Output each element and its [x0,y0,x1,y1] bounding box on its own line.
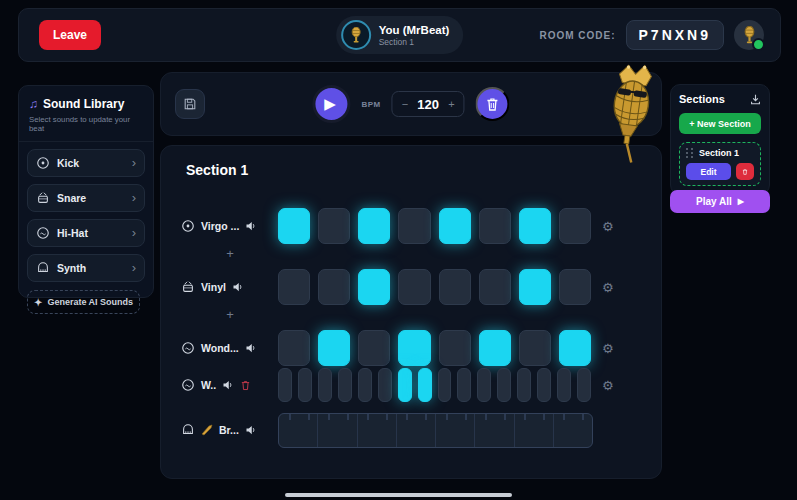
step-cell[interactable] [358,208,390,244]
play-all-button[interactable]: Play All ▶ [670,190,770,213]
gear-icon[interactable]: ⚙ [602,280,614,295]
step-cell[interactable] [559,269,591,305]
step-cell[interactable] [479,208,511,244]
step-cells-row [278,368,591,402]
download-icon[interactable] [750,94,761,105]
step-cell[interactable] [298,368,312,402]
sidebar-item-synth[interactable]: Synth › [27,254,145,282]
strip-segment[interactable] [279,414,318,447]
step-cell[interactable] [398,330,430,366]
step-cell[interactable] [438,368,452,402]
current-user-chip[interactable]: You (MrBeat) Section 1 [336,16,464,54]
step-cell[interactable] [398,368,412,402]
bpm-increase-button[interactable]: + [448,98,454,110]
sidebar-item-label: Kick [57,157,125,169]
speaker-icon[interactable] [222,379,234,391]
section-title: Section 1 [186,162,248,178]
step-cell[interactable] [559,330,591,366]
step-cell[interactable] [497,368,511,402]
step-cell[interactable] [398,269,430,305]
step-cell[interactable] [318,368,332,402]
step-cell[interactable] [519,269,551,305]
step-cell[interactable] [537,368,551,402]
gold-mic-icon [350,27,362,43]
step-cell[interactable] [439,208,471,244]
step-cell[interactable] [477,368,491,402]
profile-avatar[interactable] [734,20,764,50]
play-button[interactable]: ▶ [312,85,350,123]
step-cell[interactable] [519,330,551,366]
step-cell[interactable] [479,330,511,366]
delete-section-button[interactable] [736,163,754,180]
step-cell[interactable] [398,208,430,244]
section-grid-panel: Section 1 Virgo ... ⚙ + [160,145,662,479]
step-cell[interactable] [439,330,471,366]
sound-library-panel: ♫ Sound Library Select sounds to update … [18,85,154,298]
step-cell[interactable] [519,208,551,244]
user-section: Section 1 [379,37,450,47]
strip-segment[interactable] [436,414,475,447]
new-section-button[interactable]: + New Section [679,113,761,134]
strip-tick [308,414,310,420]
step-cell[interactable] [418,368,432,402]
sample-strip[interactable] [278,413,593,448]
gear-icon[interactable]: ⚙ [602,341,614,356]
trumpet-emoji-icon [201,424,213,436]
step-cell[interactable] [318,269,350,305]
step-cell[interactable] [358,368,372,402]
step-cell[interactable] [557,368,571,402]
clear-beat-button[interactable] [476,87,510,121]
home-indicator [285,493,512,497]
top-bar: Leave You (MrBeat) Section 1 ROOM CODE: … [18,8,781,62]
sections-title: Sections [679,93,725,105]
bpm-decrease-button[interactable]: − [402,98,408,110]
leave-button[interactable]: Leave [39,20,101,50]
strip-segment[interactable] [358,414,397,447]
step-cell[interactable] [318,208,350,244]
speaker-icon[interactable] [245,424,257,436]
hihat-icon [181,378,195,392]
step-cell[interactable] [278,269,310,305]
gear-icon[interactable]: ⚙ [602,219,614,234]
speaker-icon[interactable] [232,281,244,293]
strip-segment[interactable] [515,414,554,447]
sections-header: Sections [679,93,761,105]
step-cell[interactable] [318,330,350,366]
gear-icon[interactable]: ⚙ [602,378,614,393]
save-button[interactable] [175,89,205,119]
sidebar-item-snare[interactable]: Snare › [27,184,145,212]
strip-segment[interactable] [475,414,514,447]
step-cell[interactable] [517,368,531,402]
room-code-value[interactable]: P7NXN9 [626,20,724,50]
snare-icon [181,280,195,294]
edit-section-button[interactable]: Edit [686,163,731,180]
add-subdivision-button[interactable]: + [223,246,237,261]
speaker-icon[interactable] [245,342,257,354]
add-subdivision-button[interactable]: + [223,307,237,322]
section-card[interactable]: Section 1 Edit [679,142,761,186]
step-cell[interactable] [479,269,511,305]
step-cell[interactable] [278,208,310,244]
sidebar-item-kick[interactable]: Kick › [27,149,145,177]
step-cell[interactable] [577,368,591,402]
step-cell[interactable] [457,368,471,402]
speaker-icon[interactable] [245,220,257,232]
step-cell[interactable] [439,269,471,305]
strip-segment[interactable] [554,414,592,447]
strip-segment[interactable] [397,414,436,447]
step-cell[interactable] [358,330,390,366]
delete-row-icon[interactable] [240,380,251,391]
step-cell[interactable] [278,330,310,366]
strip-tick [465,414,467,420]
room-code-area: ROOM CODE: P7NXN9 [539,20,764,50]
sidebar-item-hihat[interactable]: Hi-Hat › [27,219,145,247]
play-icon: ▶ [324,95,336,113]
generate-ai-sounds-button[interactable]: ✦ Generate AI Sounds [27,290,140,314]
step-cell[interactable] [559,208,591,244]
drag-handle-icon[interactable] [686,148,694,158]
strip-segment[interactable] [318,414,357,447]
step-cell[interactable] [358,269,390,305]
step-cell[interactable] [378,368,392,402]
step-cell[interactable] [338,368,352,402]
step-cell[interactable] [278,368,292,402]
